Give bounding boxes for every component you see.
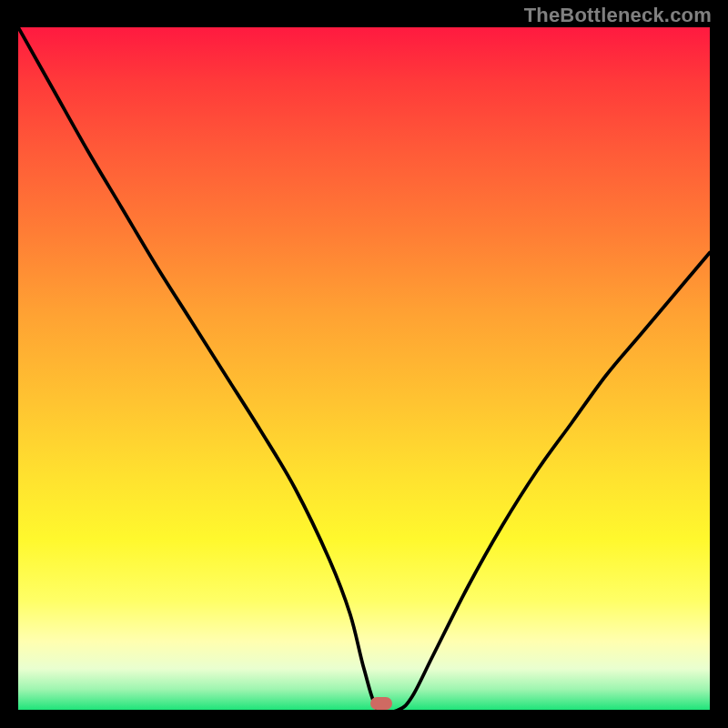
curve-layer bbox=[18, 27, 710, 710]
watermark-text: TheBottleneck.com bbox=[524, 4, 712, 27]
bottleneck-curve bbox=[18, 27, 710, 710]
optimal-point-marker bbox=[370, 697, 392, 710]
plot-area bbox=[18, 27, 710, 710]
chart-frame: TheBottleneck.com bbox=[0, 0, 728, 728]
